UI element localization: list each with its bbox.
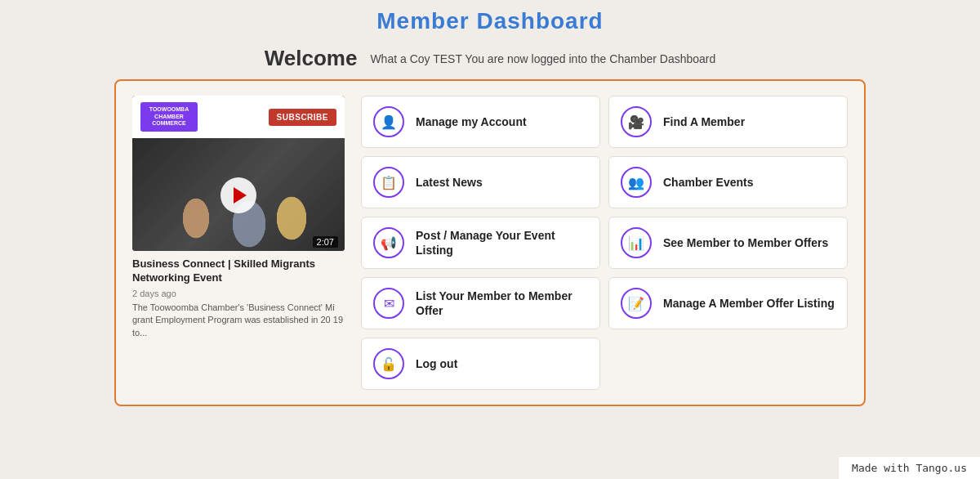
chamber-logo: TOOWOOMBA CHAMBER COMMERCE: [140, 102, 198, 132]
manage-account-icon: 👤: [373, 106, 404, 137]
video-section: TOOWOOMBA CHAMBER COMMERCE SUBSCRIBE 2:0…: [132, 96, 345, 390]
tango-footer: Made with Tango.us: [839, 457, 980, 479]
logout-icon: 🔓: [373, 348, 404, 379]
dashboard-btn-chamber-events[interactable]: 👥Chamber Events: [608, 156, 848, 208]
play-button[interactable]: [220, 177, 256, 213]
member-offers-icon: 📊: [621, 227, 652, 258]
chamber-events-label: Chamber Events: [663, 175, 753, 190]
video-date: 2 days ago: [132, 289, 345, 298]
list-offer-icon: ✉: [373, 288, 404, 319]
list-offer-label: List Your Member to Member Offer: [416, 289, 588, 318]
manage-offer-icon: 📝: [621, 288, 652, 319]
dashboard-btn-list-offer[interactable]: ✉List Your Member to Member Offer: [361, 277, 600, 329]
post-event-icon: 📢: [373, 227, 404, 258]
manage-offer-label: Manage A Member Offer Listing: [663, 296, 835, 311]
page-header: Member Dashboard: [0, 0, 980, 39]
dashboard-btn-latest-news[interactable]: 📋Latest News: [361, 156, 600, 208]
video-wrapper: TOOWOOMBA CHAMBER COMMERCE SUBSCRIBE 2:0…: [132, 96, 345, 251]
subscribe-button[interactable]: SUBSCRIBE: [269, 109, 336, 126]
video-duration: 2:07: [313, 236, 338, 248]
latest-news-icon: 📋: [373, 167, 404, 198]
dashboard-btn-find-member[interactable]: 🎥Find A Member: [608, 96, 848, 148]
chamber-events-icon: 👥: [621, 167, 652, 198]
welcome-title: Welcome: [265, 46, 358, 71]
main-container: TOOWOOMBA CHAMBER COMMERCE SUBSCRIBE 2:0…: [114, 79, 866, 406]
video-description: The Toowoomba Chamber's 'Business Connec…: [132, 302, 345, 339]
dashboard-btn-manage-offer[interactable]: 📝Manage A Member Offer Listing: [608, 277, 848, 329]
manage-account-label: Manage my Account: [416, 114, 527, 129]
dashboard-btn-member-offers[interactable]: 📊See Member to Member Offers: [608, 217, 848, 269]
dashboard-btn-logout[interactable]: 🔓Log out: [361, 338, 600, 390]
find-member-label: Find A Member: [663, 114, 745, 129]
find-member-icon: 🎥: [621, 106, 652, 137]
member-offers-label: See Member to Member Offers: [663, 235, 828, 250]
dashboard-buttons: 👤Manage my Account🎥Find A Member📋Latest …: [361, 96, 848, 390]
dashboard-btn-manage-account[interactable]: 👤Manage my Account: [361, 96, 600, 148]
dashboard-btn-post-event[interactable]: 📢Post / Manage Your Event Listing: [361, 217, 600, 269]
video-title: Business Connect | Skilled Migrants Netw…: [132, 257, 345, 285]
logout-label: Log out: [416, 356, 457, 371]
welcome-subtitle: What a Coy TEST You are now logged into …: [370, 52, 715, 65]
latest-news-label: Latest News: [416, 175, 483, 190]
post-event-label: Post / Manage Your Event Listing: [416, 228, 588, 257]
